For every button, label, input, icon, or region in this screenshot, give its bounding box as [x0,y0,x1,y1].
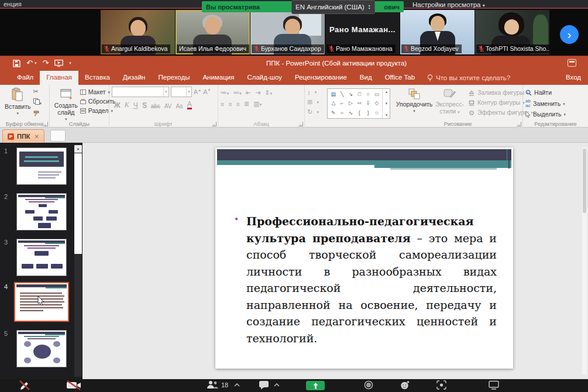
paragraph-dialog-launcher-icon[interactable] [298,122,303,126]
text-box-shape-icon[interactable]: ▤ [331,91,336,97]
shapes-scroll-up-icon[interactable]: ▲ [384,90,388,94]
italic-button[interactable]: К [125,101,129,109]
oval-shape-icon[interactable]: ○ [366,91,369,97]
drawing-dialog-launcher-icon[interactable] [517,122,521,126]
convert-smartart-icon[interactable]: ↻▾ [307,108,322,116]
scribble-shape-icon[interactable]: ✎ [331,110,336,116]
video-tile-no-video[interactable]: Рано Мамажан... Рано Мамажановна [325,10,400,54]
shapes-more-icon[interactable]: ▼̲ [384,114,388,117]
down-arrow-shape-icon[interactable]: ⇩ [366,100,370,106]
freeform-shape-icon[interactable]: ▷ [349,100,353,106]
rounded-rect-shape-icon[interactable]: ▭ [374,91,380,97]
record-icon[interactable] [364,380,373,390]
replace-button[interactable]: abacЗаменить▾ [525,99,586,108]
font-size-combobox[interactable]: ▾ [171,87,192,97]
scrollbar-thumb[interactable] [74,153,82,254]
stop-video-icon[interactable] [66,380,83,390]
tab-transitions[interactable]: Переходы [152,71,196,85]
align-left-icon[interactable]: ≡ [221,101,224,108]
line-shape-icon[interactable]: ╲ [341,91,343,97]
justify-icon[interactable]: ≣ [244,100,249,108]
shapes-scroll-down-icon[interactable]: ▼ [384,102,388,105]
triangle-shape-icon[interactable]: △ [331,100,335,106]
share-screen-button[interactable] [306,381,325,390]
right-brace-shape-icon[interactable]: } [367,110,369,116]
numbering-icon[interactable]: ≕▾ [233,89,242,97]
callout-shape-icon[interactable]: ◇ [375,100,379,106]
strikethrough-button[interactable]: abc [151,103,160,109]
tab-home[interactable]: Главная [40,71,78,85]
participants-icon[interactable] [206,380,219,389]
character-spacing-button[interactable]: AV [164,103,172,109]
sign-in-button[interactable]: Вход [566,74,581,81]
participants-menu-chevron-icon[interactable] [234,383,240,387]
format-painter-icon[interactable] [33,109,42,119]
quick-styles-button[interactable]: Экспресс-стили ▾ [433,87,466,117]
ribbon-display-options-icon[interactable] [568,59,576,67]
text-shadow-button[interactable]: S [142,101,147,109]
shrink-font-icon[interactable]: А▼ [203,88,211,95]
video-tile[interactable]: Anargul Kaldibekova [101,10,175,54]
tab-view[interactable]: Вид [353,71,379,85]
copy-icon[interactable]: ▾ [33,97,42,107]
new-document-tab-button[interactable] [50,130,66,142]
grow-font-icon[interactable]: А▲ [194,88,201,95]
tab-review[interactable]: Рецензирование [288,71,353,85]
font-color-button[interactable]: A [187,101,192,109]
annotation-disabled-icon[interactable] [19,380,30,390]
arrange-button[interactable]: Упорядочить ▾ [396,87,433,117]
video-tile-active-speaker[interactable]: Исаев Илья Федорович [176,10,250,54]
font-dialog-launcher-icon[interactable] [212,122,216,126]
scroll-up-icon[interactable]: ▲ [74,145,82,153]
tell-me-box[interactable]: Что вы хотите сделать? [421,71,516,85]
line-spacing-icon[interactable]: ⇕▾ [264,89,272,97]
star-shape-icon[interactable]: ☆ [374,110,379,116]
select-button[interactable]: Выделить▾ [525,111,586,118]
bold-button[interactable]: Ж [114,101,121,109]
undo-icon[interactable]: ↶ [26,59,33,68]
new-slide-button[interactable]: ✦ Создать слайд ▾ [52,87,80,124]
video-tile[interactable]: Бурханов Саидахрор [250,10,325,54]
thumbnail-scrollbar[interactable]: ▲ [74,145,82,377]
slide-thumbnail-5[interactable] [16,330,67,367]
cut-icon[interactable]: ✂ [33,88,42,95]
left-brace-shape-icon[interactable]: { [359,110,360,116]
curve-shape-icon[interactable]: ∿ [349,110,353,116]
decrease-indent-icon[interactable]: ⇤ [246,89,251,97]
slide-area-scrollbar[interactable] [582,147,587,374]
find-button[interactable]: Найти [525,89,586,97]
tab-office-tab[interactable]: Office Tab [379,71,421,85]
tab-file[interactable]: Файл [11,71,40,85]
undo-dropdown-icon[interactable]: ▾ [35,61,37,66]
slide-thumbnail-4-selected[interactable] [14,282,69,322]
view-settings-menu[interactable]: Настройки просмотра ▾ [412,1,485,8]
reactions-icon[interactable] [400,380,410,390]
customize-qat-icon[interactable]: ▾ [69,61,71,66]
tab-animations[interactable]: Анимация [196,71,240,85]
tab-insert[interactable]: Вставка [78,71,116,85]
arrow-shape-icon[interactable]: ↘ [349,91,353,97]
font-name-combobox[interactable]: ▾ [112,87,169,97]
tab-design[interactable]: Дизайн [116,71,152,85]
slide-thumbnail-2[interactable] [16,193,67,231]
bullets-icon[interactable]: ≔▾ [221,89,229,97]
underline-button[interactable]: Ч [133,101,138,109]
close-icon[interactable]: ✕ [35,133,39,140]
slide-thumbnail-1[interactable] [16,147,67,185]
columns-icon[interactable]: ▥▾ [253,100,262,108]
arc-shape-icon[interactable]: ⌣ [341,109,344,116]
tab-slideshow[interactable]: Слайд-шоу [240,71,288,85]
elbow-connector-icon[interactable]: ⌐ [341,100,343,106]
start-slideshow-icon[interactable] [54,60,63,67]
change-case-button[interactable]: Aa [176,103,183,109]
right-arrow-shape-icon[interactable]: ⇨ [357,100,362,106]
language-spinner-icon[interactable]: ▲▼ [368,4,371,10]
align-right-icon[interactable]: ≡ [236,101,240,108]
breakout-rooms-icon[interactable] [436,380,446,390]
document-tab[interactable]: P ППК ✕ [2,129,44,143]
increase-indent-icon[interactable]: ⇥ [255,89,260,97]
chat-menu-chevron-icon[interactable] [274,383,280,387]
redo-icon[interactable]: ↷ [42,59,49,68]
align-text-icon[interactable]: ⊞▾ [307,98,322,106]
next-participants-button[interactable]: › [560,25,579,44]
